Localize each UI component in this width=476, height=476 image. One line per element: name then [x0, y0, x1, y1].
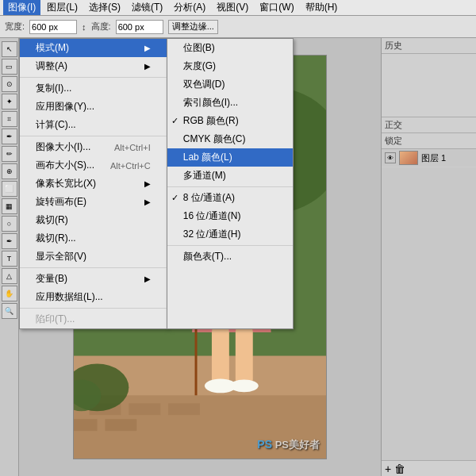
clone-tool[interactable]: ⊕: [2, 163, 17, 179]
menu-item-reveal-all-label: 显示全部(V): [36, 250, 86, 263]
mode-lab[interactable]: Lab 颜色(L): [167, 148, 293, 167]
menu-item-canvas-size[interactable]: 画布大小(S)... Alt+Ctrl+C: [20, 156, 167, 175]
menu-layer[interactable]: 图层(L): [42, 0, 83, 15]
mode-color-table[interactable]: 颜色表(T)...: [167, 248, 293, 266]
mode-bitmap[interactable]: 位图(B): [167, 39, 293, 57]
menu-item-variables-label: 变量(B): [36, 272, 67, 286]
menu-item-rotate[interactable]: 旋转画布(E) ▶: [20, 193, 167, 211]
submenu-arrow-rotate: ▶: [144, 198, 151, 206]
pen-tool[interactable]: ✒: [2, 233, 17, 249]
menu-item-rotate-label: 旋转画布(E): [36, 195, 86, 209]
mode-multichannel[interactable]: 多通道(M): [167, 167, 293, 185]
magic-wand-tool[interactable]: ✦: [2, 94, 17, 109]
height-input[interactable]: [116, 20, 163, 34]
mode-multichannel-label: 多通道(M): [183, 169, 226, 182]
mode-32bit[interactable]: 32 位/通道(H): [167, 225, 293, 244]
eraser-tool[interactable]: ⬜: [2, 181, 17, 197]
svg-rect-23: [212, 324, 229, 388]
menu-item-reveal-all[interactable]: 显示全部(V): [20, 248, 167, 266]
menu-item-pixel-aspect[interactable]: 像素长宽比(X) ▶: [20, 175, 167, 193]
svg-rect-24: [236, 324, 253, 388]
dodge-tool[interactable]: ○: [2, 216, 17, 232]
menu-separator-4: [20, 308, 167, 309]
menu-item-image-size-label: 图像大小(I)...: [36, 140, 90, 154]
crop-tool[interactable]: ⌗: [2, 111, 17, 127]
mode-separator-2: [167, 245, 293, 246]
canvas-size-shortcut: Alt+Ctrl+C: [110, 161, 151, 171]
menu-item-mode-label: 模式(M): [36, 41, 69, 55]
svg-point-26: [230, 379, 259, 392]
mode-grayscale[interactable]: 灰度(G): [167, 57, 293, 75]
watermark-text: PS美好者: [275, 439, 320, 451]
submenu-arrow-variables: ▶: [144, 274, 151, 283]
mode-indexed-label: 索引颜色(I)...: [183, 96, 238, 109]
menu-container: 模式(M) ▶ 调整(A) ▶ 复制(I)... 应用图像(Y)...: [19, 38, 294, 329]
shape-tool[interactable]: △: [2, 268, 17, 284]
menu-view[interactable]: 视图(V): [212, 0, 253, 15]
select-tool[interactable]: ▭: [2, 59, 17, 75]
menu-item-canvas-size-label: 画布大小(S)...: [36, 159, 94, 172]
mode-indexed[interactable]: 索引颜色(I)...: [167, 94, 293, 112]
mode-rgb-label: RGB 颜色(R): [183, 114, 239, 128]
submenu-arrow: ▶: [144, 44, 151, 52]
mode-16bit[interactable]: 16 位/通道(N): [167, 207, 293, 225]
brush-tool[interactable]: ✏: [2, 146, 17, 162]
menu-help[interactable]: 帮助(H): [301, 0, 343, 15]
width-input[interactable]: [29, 20, 77, 34]
mode-color-table-label: 颜色表(T)...: [183, 250, 232, 263]
dropdown-overlay: 模式(M) ▶ 调整(A) ▶ 复制(I)... 应用图像(Y)...: [19, 38, 294, 329]
menu-image[interactable]: 图像(I): [3, 0, 40, 15]
eyedropper-tool[interactable]: ✒: [2, 129, 17, 144]
8bit-check: ✓: [171, 193, 178, 203]
menu-item-image-size[interactable]: 图像大小(I)... Alt+Ctrl+I: [20, 138, 167, 156]
watermark: PS PS美好者: [257, 438, 320, 452]
hand-tool[interactable]: ✋: [2, 286, 17, 301]
add-layer-btn[interactable]: +: [385, 463, 391, 475]
layer-thumbnail: [399, 151, 418, 165]
layer-item[interactable]: 👁 图层 1: [382, 149, 476, 167]
mode-32bit-label: 32 位/通道(H): [183, 228, 241, 241]
mode-cmyk-label: CMYK 颜色(C): [183, 132, 246, 146]
menu-item-calculate[interactable]: 计算(C)...: [20, 116, 167, 134]
menu-item-trim[interactable]: 裁切(R)...: [20, 229, 167, 248]
left-tool-panel: ↖ ▭ ⊙ ✦ ⌗ ✒ ✏ ⊕ ⬜ ▦ ○ ✒ T △ ✋ 🔍: [0, 38, 19, 476]
mode-cmyk[interactable]: CMYK 颜色(C): [167, 130, 293, 148]
menu-item-mode[interactable]: 模式(M) ▶: [20, 39, 167, 57]
mode-duotone[interactable]: 双色调(D): [167, 75, 293, 94]
ps-logo: PS: [257, 438, 272, 451]
move-tool[interactable]: ↖: [2, 41, 17, 57]
delete-layer-btn[interactable]: 🗑: [394, 463, 405, 475]
menu-item-apply-image[interactable]: 应用图像(Y)...: [20, 98, 167, 116]
menu-window[interactable]: 窗口(W): [255, 0, 298, 15]
menu-select[interactable]: 选择(S): [84, 0, 125, 15]
mode-rgb[interactable]: ✓ RGB 颜色(R): [167, 112, 293, 130]
menu-item-crop[interactable]: 裁切(R): [20, 211, 167, 229]
right-panel: 历史 正交 锁定 👁 图层 1 + 🗑: [381, 38, 476, 476]
svg-rect-9: [74, 419, 98, 431]
rgb-check: ✓: [171, 116, 178, 126]
toolbar: 宽度: ↕ 高度: 调整边缘...: [0, 16, 476, 38]
layer-name: 图层 1: [421, 152, 446, 164]
menu-item-duplicate[interactable]: 复制(I)...: [20, 79, 167, 98]
menu-filter[interactable]: 滤镜(T): [127, 0, 167, 15]
menu-item-trap-label: 陷印(T)...: [36, 313, 75, 326]
image-menu: 模式(M) ▶ 调整(A) ▶ 复制(I)... 应用图像(Y)...: [19, 38, 167, 329]
menu-item-adjust[interactable]: 调整(A) ▶: [20, 57, 167, 75]
menu-item-apply-data[interactable]: 应用数据组(L)...: [20, 288, 167, 306]
text-tool[interactable]: T: [2, 251, 17, 267]
svg-rect-10: [105, 419, 136, 431]
mode-8bit[interactable]: ✓ 8 位/通道(A): [167, 189, 293, 207]
mode-label: 正交: [382, 117, 476, 133]
lasso-tool[interactable]: ⊙: [2, 76, 17, 92]
menu-item-apply-data-label: 应用数据组(L)...: [36, 290, 103, 304]
zoom-tool[interactable]: 🔍: [2, 303, 17, 319]
eye-icon[interactable]: 👁: [385, 152, 396, 163]
submenu-arrow-adjust: ▶: [144, 62, 151, 71]
menu-analyze[interactable]: 分析(A): [169, 0, 210, 15]
menu-separator-3: [20, 267, 167, 268]
menu-item-crop-label: 裁切(R): [36, 213, 68, 227]
adjust-edges-btn[interactable]: 调整边缘...: [168, 20, 218, 34]
menu-item-variables[interactable]: 变量(B) ▶: [20, 270, 167, 288]
gradient-tool[interactable]: ▦: [2, 198, 17, 214]
mode-bitmap-label: 位图(B): [183, 41, 215, 55]
